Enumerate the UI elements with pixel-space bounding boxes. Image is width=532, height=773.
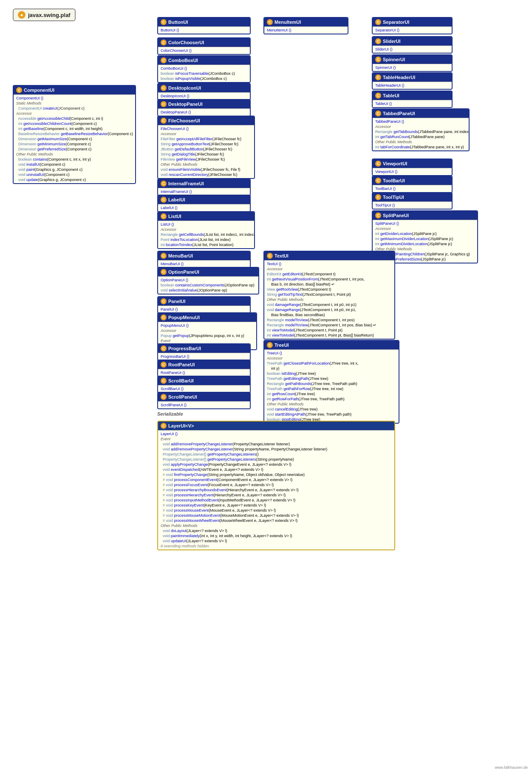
class-header-ComboBoxUI: C ComboBoxUI (158, 56, 250, 65)
class-title-LabelUI: LabelUI (168, 197, 185, 202)
class-ScrollPaneUI: C ScrollPaneUI ScrollPaneUI () (157, 392, 251, 409)
class-TableUI: C TableUI TableUI () (372, 91, 453, 108)
method-getToolTipText: String getToolTipText(JTextComponent t, … (267, 292, 392, 297)
method-firePropertyChange: # void firePropertyChange(String propert… (161, 472, 392, 477)
method-getPopup: Popup getPopup(JPopupMenu popup, int x, … (161, 333, 254, 338)
class-icon-TableHeaderUI: C (375, 74, 381, 80)
class-DesktopPaneUI: C DesktopPaneUI DesktopPaneUI () (157, 99, 251, 116)
class-header-SliderUI: C SliderUI (373, 37, 452, 45)
class-icon-LayerUI: C (161, 423, 167, 429)
class-body-ButtonUI: ButtonUI () (158, 26, 250, 34)
class-title-TableUI: TableUI (383, 93, 399, 98)
class-icon-TableUI: C (375, 93, 381, 99)
class-icon-SpinnerUI: C (375, 57, 381, 62)
method-damageRange2: void damageRange(JTextComponent t, int p… (267, 307, 392, 312)
class-body-SpinnerUI: SpinnerUI () (373, 64, 452, 71)
class-icon-LabelUI: C (161, 197, 167, 203)
method-OptionPaneUI-constructor: OptionPaneUI () (161, 277, 256, 283)
class-title-InternalFrameUI: InternalFrameUI (168, 181, 204, 186)
method-getCellBounds: Rectangle getCellBounds(JList list, int … (161, 232, 252, 237)
class-body-MenuBarUI: MenuBarUI () (158, 260, 250, 267)
class-header-ListUI: C ListUI (158, 212, 254, 221)
class-icon-TabbedPaneUI: C (375, 110, 381, 116)
class-body-SeparatorUI: SeparatorUI () (373, 26, 452, 34)
class-title-ComponentUI: ComponentUI (24, 88, 54, 93)
class-header-DesktopIconUI: C DesktopIconUI (158, 84, 250, 92)
method-ComboBoxUI-constructor: ComboBoxUI () (161, 66, 247, 71)
method-processHierarchyBoundsEvent: # void processHierarchyBoundsEvent(Hiera… (161, 487, 392, 493)
diagram-container: ● javax.swing.plaf C ComponentUI Compone… (0, 0, 532, 773)
class-header-SpinnerUI: C SpinnerUI (373, 55, 452, 64)
class-header-LabelUI: C LabelUI (158, 195, 250, 204)
method-getRowForPath: int getRowForPath(JTree tree, TreePath p… (267, 396, 396, 402)
class-icon-MenuBarUI: C (161, 253, 167, 259)
class-header-RootPaneUI: C RootPaneUI (158, 360, 250, 369)
method-getMinimumSize: Dimension getMinimumSize(Component c) (16, 142, 133, 147)
method-ListUI-constructor: ListUI () (161, 222, 252, 227)
class-body-DesktopIconUI: DesktopIconUI () (158, 92, 250, 99)
method-viewToModel2: int viewToModel(JTextComponent t, Point … (267, 333, 392, 338)
method-processMouseWheelEvent: # void processMouseWheelEvent(MouseWheel… (161, 518, 392, 523)
method-getPropertyChangeListeners2: PropertyChangeListener[] getPropertyChan… (161, 457, 392, 462)
method-ComponentUI-constructor: ComponentUI () (16, 96, 133, 101)
class-ButtonUI: C ButtonUI ButtonUI () (157, 17, 251, 34)
class-title-SplitPaneUI: SplitPaneUI (383, 213, 409, 218)
class-title-MenuItemUI: MenuItemUI (274, 20, 301, 25)
method-getEditorKit: EditorKit getEditorKit(JTextComponent t) (267, 272, 392, 277)
method-TextUI-constructor: TextUI () (267, 261, 392, 266)
method-ToolTipUI-constructor: ToolTipUI () (375, 203, 449, 208)
class-icon-ScrollPaneUI: C (161, 394, 167, 400)
method-processKeyEvent: # void processKeyEvent(KeyEvent e, JLaye… (161, 503, 392, 508)
class-title-TextUI: TextUI (274, 253, 289, 258)
class-FileChooserUI: C FileChooserUI FileChooserUI () Accesso… (157, 116, 255, 179)
method-processInputMethodEvent: # void processInputMethodEvent(InputMeth… (161, 498, 392, 503)
method-PopupMenuUI-constructor: PopupMenuUI () (161, 323, 254, 328)
class-header-TreeUI: C TreeUI (264, 341, 399, 349)
class-TreeUI: C TreeUI TreeUI () Accessor TreePath get… (263, 340, 399, 424)
class-LabelUI: C LabelUI LabelUI () (157, 195, 251, 212)
class-header-ComponentUI: C ComponentUI (14, 86, 135, 94)
class-title-OptionPaneUI: OptionPaneUI (168, 269, 199, 275)
method-selectInitialValue: void selectInitialValue(JOptionPane op) (161, 288, 256, 293)
class-header-ScrollBarUI: C ScrollBarUI (158, 377, 250, 385)
class-body-ScrollBarUI: ScrollBarUI () (158, 385, 250, 392)
method-TableHeaderUI-constructor: TableHeaderUI () (375, 83, 449, 88)
class-body-PanelUI: PanelUI () (158, 306, 250, 313)
method-ViewportUI-constructor: ViewportUI () (375, 169, 449, 174)
method-getClosestPathForLocation2: int y) (267, 366, 396, 371)
class-title-PopupMenuUI: PopupMenuUI (168, 315, 200, 320)
method-FileChooserUI-constructor: FileChooserUI () (161, 126, 252, 131)
class-header-TabbedPaneUI: C TabbedPaneUI (373, 109, 469, 118)
class-icon-DesktopIconUI: C (161, 85, 167, 91)
class-title-TableHeaderUI: TableHeaderUI (383, 75, 415, 80)
method-ensureFileIsVisible: void ensureFileIsVisible(JFileChooser fc… (161, 167, 252, 172)
class-title-ViewportUI: ViewportUI (383, 161, 407, 166)
class-icon-TreeUI: C (267, 342, 273, 348)
class-body-InternalFrameUI: InternalFrameUI () (158, 188, 250, 195)
method-locationToIndex: int locationToIndex(JList list, Point lo… (161, 242, 252, 247)
class-icon-SplitPaneUI: C (375, 212, 381, 218)
class-header-SplitPaneUI: C SplitPaneUI (373, 211, 477, 220)
method-getBaselineResizeBehavior: BaselineResizeBehavior getBaselineResize… (16, 131, 133, 136)
method-indexToLocation: Point indexToLocation(JList list, int in… (161, 237, 252, 242)
method-addRemovePropertyChangeListener2: void add/removePropertyChangeListener(St… (161, 447, 392, 452)
method-viewToModel1: int viewToModel(JTextComponent t, Point … (267, 328, 392, 333)
class-ProgressBarUI: C ProgressBarUI ProgressBarUI () (157, 343, 251, 361)
method-getPropertyChangeListeners1: PropertyChangeListener[] getPropertyChan… (161, 452, 392, 457)
class-title-ScrollBarUI: ScrollBarUI (168, 378, 194, 383)
class-header-ViewportUI: C ViewportUI (373, 159, 452, 168)
method-getRootView: View getRootView(JTextComponent t) (267, 287, 392, 292)
class-icon-ListUI: C (161, 213, 167, 219)
class-body-MenuItemUI: MenuItemUI () (264, 26, 348, 34)
method-damageRange1: void damageRange(JTextComponent t, int p… (267, 302, 392, 307)
class-body-ScrollPaneUI: ScrollPaneUI () (158, 401, 250, 408)
method-modelToView2: Rectangle modelToView(JTextComponent t, … (267, 323, 392, 328)
serializable-label: Serializable (157, 411, 183, 416)
class-icon-ProgressBarUI: C (161, 345, 167, 351)
class-title-ComboBoxUI: ComboBoxUI (168, 58, 198, 63)
class-LayerUI: C LayerUI<V> LayerUI () Event void add/r… (157, 421, 395, 550)
package-icon: ● (18, 11, 25, 19)
class-header-MenuItemUI: C MenuItemUI (264, 18, 348, 26)
method-PanelUI-constructor: PanelUI () (161, 307, 247, 312)
method-getAcceptAllFileFilter: FileFilter getAcceptAllFileFilter(JFileC… (161, 136, 252, 142)
